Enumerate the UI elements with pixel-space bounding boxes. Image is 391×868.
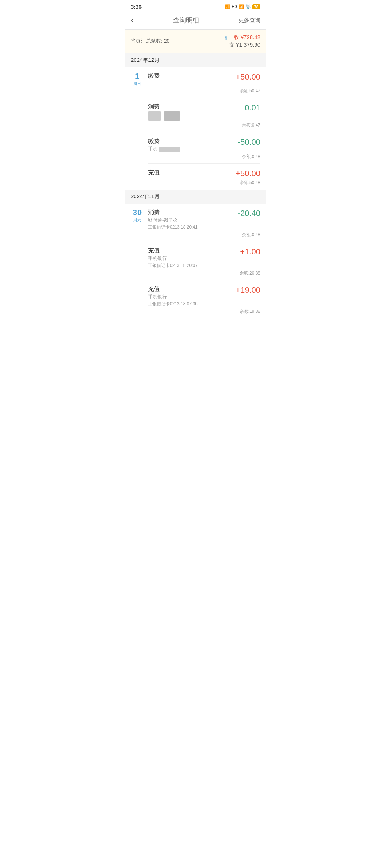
status-icons: 📶 HD 📶 📡 78 <box>225 4 260 9</box>
tx-balance: 余额:19.88 <box>125 307 266 315</box>
nav-bar: ‹ 查询明细 更多查询 <box>125 12 266 30</box>
blurred-subtitle <box>159 147 180 152</box>
tx-title: 充值 <box>148 247 236 255</box>
page-title: 查询明细 <box>173 16 199 25</box>
tx-content: 消费 财付通-饿了么 工银借记卡0213 18:20:41 <box>148 209 234 230</box>
tx-date-day: 周日 <box>131 81 144 86</box>
back-button[interactable]: ‹ <box>131 16 133 25</box>
tx-group-nov: 30 周六 消费 财付通-饿了么 工银借记卡0213 18:20:41 -20.… <box>125 204 266 315</box>
hd-icon: HD <box>232 5 237 9</box>
more-query-button[interactable]: 更多查询 <box>239 17 260 24</box>
month-header-dec: 2024年12月 <box>125 53 266 67</box>
tx-content: 充值 手机银行 工银借记卡0213 18:07:36 <box>148 285 231 307</box>
month-header-nov: 2024年11月 <box>125 190 266 204</box>
tx-amount: +50.00 <box>236 169 260 178</box>
tx-balance: 余额:0.47 <box>125 121 266 128</box>
tx-subtitle: 手机 <box>148 146 234 152</box>
tx-title: 消费 <box>148 103 238 111</box>
tx-subtitle: 手机银行 <box>148 255 236 262</box>
summary-bar: 当页汇总笔数: 20 ℹ 收 ¥728.42 支 ¥1,379.90 <box>125 30 266 53</box>
tx-date-num: 30 <box>131 209 144 217</box>
tx-content: 缴费 <box>148 72 231 80</box>
tx-date-day: 周六 <box>131 217 144 223</box>
tx-date-col: 1 周日 <box>131 72 144 86</box>
tx-amount: +1.00 <box>240 247 260 256</box>
table-row: 1 周日 缴费 +50.00 <box>125 67 266 86</box>
tx-balance: 余额:0.48 <box>125 230 266 238</box>
status-bar: 3:36 📶 HD 📶 📡 78 <box>125 0 266 12</box>
table-row: 充值 手机银行 工银借记卡0213 18:07:36 +19.00 <box>125 280 266 307</box>
blurred-image-1 <box>148 111 161 121</box>
blurred-image-2 <box>164 111 180 121</box>
tx-title: 消费 <box>148 209 234 216</box>
tx-group-dec: 1 周日 缴费 +50.00 余额:50.47 消费 - -0.01 余额:0.… <box>125 67 266 186</box>
tx-amount-col: -50.00 <box>238 137 260 147</box>
tx-content: 充值 手机银行 工银借记卡0213 18:20:07 <box>148 247 236 269</box>
tx-subtitle: - <box>148 111 238 121</box>
tx-date-col: 30 周六 <box>131 209 144 223</box>
tx-amount-col: +19.00 <box>236 285 260 295</box>
tx-subtitle: 财付通-饿了么 <box>148 217 234 224</box>
tx-title: 充值 <box>148 169 231 176</box>
tx-amount: +19.00 <box>236 285 260 294</box>
tx-amount-col: +1.00 <box>240 247 260 256</box>
table-row: 缴费 手机 -50.00 <box>125 132 266 152</box>
table-row: 消费 - -0.01 <box>125 98 266 121</box>
tx-subtitle: 手机银行 <box>148 294 231 300</box>
tx-content: 充值 <box>148 169 231 176</box>
info-icon[interactable]: ℹ <box>225 35 227 42</box>
tx-balance: 余额:50.47 <box>125 86 266 94</box>
tx-date-num: 1 <box>131 72 144 80</box>
tx-title: 充值 <box>148 285 231 293</box>
table-row: 充值 +50.00 <box>125 164 266 178</box>
signal-icon: 📶 <box>225 4 230 9</box>
tx-amount: -20.40 <box>238 209 260 218</box>
tx-title: 缴费 <box>148 72 231 80</box>
table-row: 30 周六 消费 财付通-饿了么 工银借记卡0213 18:20:41 -20.… <box>125 204 266 230</box>
bottom-spacer <box>125 315 266 329</box>
tx-amount-col: -20.40 <box>238 209 260 218</box>
tx-meta: 工银借记卡0213 18:07:36 <box>148 301 231 307</box>
tx-content: 缴费 手机 <box>148 137 234 152</box>
summary-right: ℹ 收 ¥728.42 支 ¥1,379.90 <box>225 34 260 48</box>
summary-count: 当页汇总笔数: 20 <box>131 38 169 44</box>
tx-amount-col: +50.00 <box>236 72 260 82</box>
wifi-icon: 📡 <box>245 4 251 9</box>
tx-balance: 余额:0.48 <box>125 152 266 160</box>
table-row: 充值 手机银行 工银借记卡0213 18:20:07 +1.00 <box>125 242 266 269</box>
tx-content: 消费 - <box>148 103 238 121</box>
status-time: 3:36 <box>131 4 142 10</box>
summary-expense: 支 ¥1,379.90 <box>229 42 260 48</box>
tx-balance: 余额:20.88 <box>125 269 266 276</box>
tx-amount: -50.00 <box>238 137 260 146</box>
subtitle-text: 手机 <box>148 146 157 152</box>
tx-amount: +50.00 <box>236 72 260 81</box>
tx-amount-col: -0.01 <box>242 103 260 112</box>
tx-meta: 工银借记卡0213 18:20:41 <box>148 224 234 230</box>
tx-amount-col: +50.00 <box>236 169 260 178</box>
signal2-icon: 📶 <box>239 4 244 9</box>
battery-indicator: 78 <box>252 4 260 9</box>
tx-title: 缴费 <box>148 137 234 145</box>
summary-amounts: 收 ¥728.42 支 ¥1,379.90 <box>229 34 260 48</box>
tx-amount: -0.01 <box>242 103 260 112</box>
tx-meta: 工银借记卡0213 18:20:07 <box>148 263 236 269</box>
tx-balance: 余额:50.48 <box>125 178 266 186</box>
summary-income: 收 ¥728.42 <box>229 34 260 41</box>
